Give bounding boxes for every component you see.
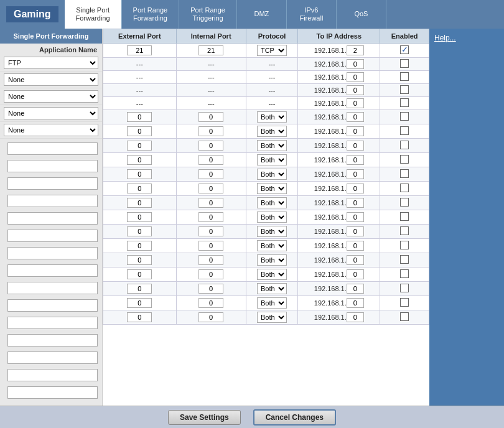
external-port-input[interactable]: [127, 198, 152, 208]
ip-last-octet-input[interactable]: [347, 45, 364, 55]
sidebar-custom-input-7[interactable]: [7, 247, 98, 259]
tab-ipv6-firewall[interactable]: IPv6Firewall: [287, 0, 337, 29]
enabled-checkbox[interactable]: [400, 255, 409, 264]
external-port-input[interactable]: [127, 155, 152, 165]
protocol-select[interactable]: TCPUDPBoth: [257, 226, 287, 237]
external-port-input[interactable]: [127, 184, 152, 193]
sidebar-custom-input-14[interactable]: [7, 369, 98, 381]
protocol-select[interactable]: TCPUDPBoth: [257, 254, 287, 266]
external-port-input[interactable]: [127, 255, 152, 265]
internal-port-input[interactable]: [198, 255, 223, 265]
sidebar-custom-input-1[interactable]: [7, 142, 98, 155]
ip-last-octet-input[interactable]: [347, 269, 364, 279]
protocol-select[interactable]: TCPUDPBoth: [257, 140, 287, 151]
ip-last-octet-input[interactable]: [347, 284, 364, 294]
app-select-1[interactable]: FTP None: [4, 57, 98, 69]
ip-last-octet-input[interactable]: [347, 212, 364, 222]
external-port-input[interactable]: [127, 45, 152, 55]
internal-port-input[interactable]: [198, 284, 223, 294]
cancel-changes-button[interactable]: Cancel Changes: [253, 409, 336, 426]
sidebar-custom-input-6[interactable]: [7, 230, 98, 242]
ip-last-octet-input[interactable]: [347, 184, 364, 193]
ip-last-octet-input[interactable]: [347, 298, 364, 308]
ip-last-octet-input[interactable]: [347, 312, 364, 322]
enabled-checkbox[interactable]: [400, 284, 409, 292]
internal-port-input[interactable]: [198, 269, 223, 279]
sidebar-custom-input-2[interactable]: [7, 160, 98, 172]
external-port-input[interactable]: [127, 298, 152, 308]
internal-port-input[interactable]: [198, 212, 223, 222]
internal-port-input[interactable]: [198, 169, 223, 179]
tab-qos[interactable]: QoS: [337, 0, 386, 29]
app-select-3[interactable]: None FTP: [4, 90, 98, 103]
app-select-5[interactable]: None FTP: [4, 124, 98, 136]
external-port-input[interactable]: [127, 126, 152, 136]
protocol-select[interactable]: TCPUDPBoth: [257, 154, 287, 165]
enabled-checkbox[interactable]: [400, 112, 409, 121]
internal-port-input[interactable]: [198, 141, 223, 151]
protocol-select[interactable]: TCPUDPBoth: [257, 240, 287, 251]
internal-port-input[interactable]: [198, 112, 223, 122]
ip-last-octet-input[interactable]: [347, 198, 364, 208]
sidebar-custom-input-8[interactable]: [7, 264, 98, 277]
sidebar-custom-input-9[interactable]: [7, 282, 98, 294]
app-select-2[interactable]: None FTP: [4, 73, 98, 86]
internal-port-input[interactable]: [198, 126, 223, 136]
enabled-checkbox[interactable]: [400, 226, 409, 235]
ip-last-octet-input[interactable]: [347, 241, 364, 251]
protocol-select[interactable]: TCPUDPBoth: [257, 126, 287, 137]
external-port-input[interactable]: [127, 284, 152, 294]
tab-single-port-forwarding[interactable]: Single PortForwarding: [65, 0, 122, 29]
internal-port-input[interactable]: [198, 155, 223, 165]
enabled-checkbox[interactable]: [400, 169, 409, 178]
help-link[interactable]: Help...: [434, 34, 456, 42]
sidebar-custom-input-15[interactable]: [7, 386, 98, 399]
enabled-checkbox[interactable]: [400, 269, 409, 278]
enabled-checkbox[interactable]: [400, 212, 409, 221]
enabled-checkbox[interactable]: [400, 72, 409, 81]
external-port-input[interactable]: [127, 269, 152, 279]
sidebar-custom-input-3[interactable]: [7, 177, 98, 190]
enabled-checkbox[interactable]: [400, 198, 409, 207]
protocol-select[interactable]: TCPUDPBoth: [257, 111, 287, 123]
enabled-checkbox[interactable]: [400, 184, 409, 192]
enabled-checkbox[interactable]: [400, 241, 409, 249]
internal-port-input[interactable]: [198, 198, 223, 208]
enabled-checkbox[interactable]: [400, 155, 409, 164]
enabled-checkbox[interactable]: [400, 298, 409, 307]
protocol-select[interactable]: TCPUDPBoth: [257, 197, 287, 208]
internal-port-input[interactable]: [198, 241, 223, 251]
ip-last-octet-input[interactable]: [347, 155, 364, 165]
ip-last-octet-input[interactable]: [347, 59, 364, 69]
external-port-input[interactable]: [127, 112, 152, 122]
ip-last-octet-input[interactable]: [347, 141, 364, 151]
ip-last-octet-input[interactable]: [347, 226, 364, 236]
enabled-checkbox[interactable]: [400, 141, 409, 149]
internal-port-input[interactable]: [198, 184, 223, 193]
internal-port-input[interactable]: [198, 312, 223, 322]
external-port-input[interactable]: [127, 169, 152, 179]
ip-last-octet-input[interactable]: [347, 98, 364, 108]
internal-port-input[interactable]: [198, 45, 223, 55]
enabled-checkbox[interactable]: [400, 59, 409, 68]
internal-port-input[interactable]: [198, 226, 223, 236]
tab-dmz[interactable]: DMZ: [237, 0, 287, 29]
protocol-select[interactable]: TCPUDPBoth: [257, 297, 287, 309]
ip-last-octet-input[interactable]: [347, 255, 364, 265]
protocol-select[interactable]: TCPUDPBoth: [257, 283, 287, 294]
protocol-select[interactable]: TCPUDPBoth: [257, 269, 287, 280]
ip-last-octet-input[interactable]: [347, 169, 364, 179]
enabled-checkbox[interactable]: [400, 98, 409, 107]
external-port-input[interactable]: [127, 312, 152, 322]
ip-last-octet-input[interactable]: [347, 112, 364, 122]
enabled-checkbox[interactable]: [400, 312, 409, 321]
sidebar-custom-input-10[interactable]: [7, 299, 98, 312]
ip-last-octet-input[interactable]: [347, 85, 364, 95]
app-select-4[interactable]: None FTP: [4, 107, 98, 119]
sidebar-custom-input-12[interactable]: [7, 334, 98, 347]
sidebar-custom-input-5[interactable]: [7, 212, 98, 225]
protocol-select[interactable]: TCPUDPBoth: [257, 169, 287, 180]
sidebar-custom-input-13[interactable]: [7, 351, 98, 364]
sidebar-custom-input-4[interactable]: [7, 195, 98, 207]
protocol-select[interactable]: TCPUDPBoth: [257, 312, 287, 323]
